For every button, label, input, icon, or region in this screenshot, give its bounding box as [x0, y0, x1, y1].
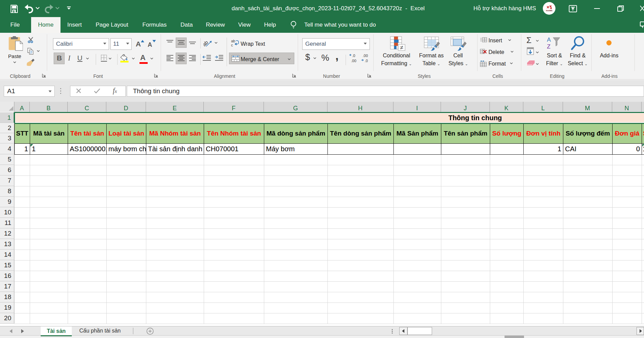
svg-text:A: A — [547, 37, 551, 43]
svg-text:Z: Z — [547, 43, 550, 50]
svg-text:c: c — [231, 43, 233, 47]
svg-text:.00: .00 — [363, 54, 368, 58]
svg-text:VinHMS: VinHMS — [546, 10, 553, 12]
svg-text:.00: .00 — [351, 59, 356, 63]
svg-text:.0: .0 — [352, 54, 355, 58]
svg-text:.0: .0 — [365, 59, 368, 63]
svg-text:ab: ab — [231, 39, 235, 43]
svg-text:≠: ≠ — [400, 44, 403, 51]
